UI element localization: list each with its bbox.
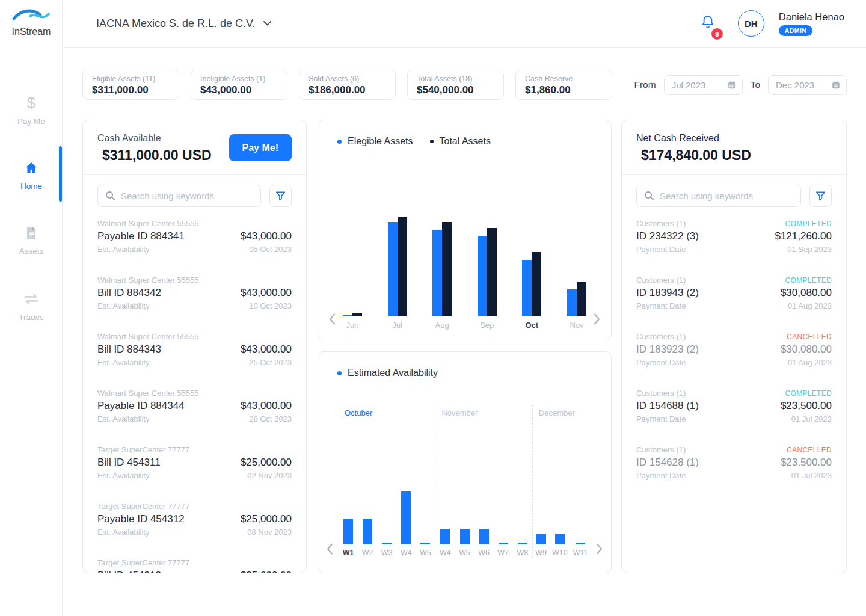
net-cash-search-input[interactable] <box>660 191 793 201</box>
item-main-row: ID 154688 (1)$23,500.00 <box>636 400 832 412</box>
company-name: IACNA Mexico S. de R.L. de C.V. <box>96 17 255 30</box>
week-label: W5 <box>420 549 431 557</box>
list-item[interactable]: Walmart Super Center 55555Bill ID 884343… <box>97 332 292 367</box>
cash-available-panel: Cash Available $311,000.00 USD Pay Me! W… <box>82 120 307 573</box>
item-main-row: Bill ID 884343$43,000.00 <box>97 343 292 356</box>
item-sub-row: Payment Date01 Aug 2023 <box>636 358 832 367</box>
stat-value: $1,860.00 <box>525 84 603 96</box>
net-cash-filter-button[interactable] <box>809 185 832 207</box>
list-item[interactable]: Customers (1)COMPLETEDID 154688 (1)$23,5… <box>636 389 832 424</box>
item-date: 01 Sep 2023 <box>787 245 832 254</box>
from-date-field[interactable] <box>664 75 743 95</box>
stat-label: Eligible Assets (11) <box>92 75 170 83</box>
from-label: From <box>634 79 656 90</box>
item-amount: $23,500.00 <box>781 400 832 412</box>
document-id: Bill ID 884342 <box>97 287 161 299</box>
item-sub-row: Est. Availability10 Oct 2023 <box>97 301 292 310</box>
item-amount: $25,000.00 <box>241 457 292 469</box>
sidebar-item-label: Home <box>0 182 63 191</box>
week-bar <box>499 543 508 544</box>
list-item[interactable]: Walmart Super Center 55555Payable ID 884… <box>97 219 292 254</box>
item-amount: $43,000.00 <box>241 400 292 412</box>
pay-me-button[interactable]: Pay Me! <box>229 134 292 161</box>
document-id: Payable ID 884341 <box>97 230 185 242</box>
vendor-name: Walmart Super Center 55555 <box>97 389 292 398</box>
home-icon <box>0 160 63 176</box>
chart-prev-button[interactable] <box>327 543 333 555</box>
item-date: 01 Jul 2023 <box>791 471 832 480</box>
item-date: 02 Nov 2023 <box>247 471 292 480</box>
list-item[interactable]: Customers (1)CANCELLEDID 154628 (1)$23,5… <box>636 445 832 480</box>
bar-elegible-assets <box>343 315 352 316</box>
bar-group <box>565 217 588 316</box>
item-main-row: ID 183923 (2)$30,080.00 <box>636 343 832 356</box>
sidebar-item-home[interactable]: Home <box>0 160 63 191</box>
week-cell: W1 <box>343 519 354 557</box>
sidebar-item-pay-me[interactable]: $ Pay Me <box>0 95 63 126</box>
week-cell: W5 <box>420 543 431 557</box>
stat-card: Ineligible Assets (1)$43,000.00 <box>191 70 287 100</box>
cash-search-field[interactable] <box>97 185 261 207</box>
vendor-name: Target SuperCenter 77777 <box>97 558 292 567</box>
stat-card: Total Assets (18)$540,000.00 <box>407 70 504 100</box>
search-icon <box>105 191 115 201</box>
item-amount: $25,000.00 <box>241 513 292 525</box>
to-date-input[interactable] <box>776 80 828 90</box>
vendor-name: Walmart Super Center 55555 <box>97 332 292 341</box>
cash-search-input[interactable] <box>121 191 253 201</box>
week-label: W3 <box>381 549 393 557</box>
list-item[interactable]: Target SuperCenter 77777Bill ID 454313$2… <box>97 558 292 573</box>
item-main-row: Bill ID 454311$25,000.00 <box>97 457 292 469</box>
app-root: InStream $ Pay Me Home Assets Trades <box>0 0 866 616</box>
sub-label: Payment Date <box>636 301 686 310</box>
month-section: NovemberW4W5W6W7W8 <box>435 405 532 557</box>
week-bar <box>576 543 585 544</box>
week-bar <box>401 491 411 544</box>
list-item[interactable]: Customers (1)COMPLETEDID 234322 (3)$121,… <box>636 219 832 254</box>
x-axis-label: Oct <box>520 321 543 330</box>
week-label: W1 <box>343 549 354 557</box>
item-date: 01 Aug 2023 <box>788 358 832 367</box>
week-label: W6 <box>478 549 490 557</box>
item-sub-row: Est. Availability25 Oct 2023 <box>97 358 292 367</box>
item-top-row: Customers (1)COMPLETED <box>636 276 832 285</box>
assets-x-axis: JunJulAugSepOctNov <box>341 321 588 330</box>
list-item[interactable]: Walmart Super Center 55555Payable ID 884… <box>97 389 292 424</box>
chart-next-button[interactable] <box>596 543 603 555</box>
notifications-button[interactable]: 8 <box>701 14 715 32</box>
sidebar-item-trades[interactable]: Trades <box>0 291 63 322</box>
net-cash-search-row <box>622 175 846 207</box>
item-amount: $30,080.00 <box>781 287 832 299</box>
month-section: DecemberW9W10W11 <box>532 405 591 557</box>
item-amount: $25,000.00 <box>241 570 292 573</box>
chart-prev-button[interactable] <box>329 313 336 325</box>
cash-filter-button[interactable] <box>269 185 292 207</box>
status-badge: CANCELLED <box>787 446 832 454</box>
item-main-row: ID 183943 (2)$30,080.00 <box>636 287 832 299</box>
bell-icon <box>701 14 715 30</box>
assets-bar-plot <box>341 217 588 316</box>
net-cash-search-field[interactable] <box>636 185 801 207</box>
company-selector[interactable]: IACNA Mexico S. de R.L. de C.V. <box>96 17 271 30</box>
list-item[interactable]: Target SuperCenter 77777Bill ID 454311$2… <box>97 445 292 480</box>
status-badge: CANCELLED <box>787 333 832 341</box>
week-label: W5 <box>459 549 470 557</box>
sidebar-item-assets[interactable]: Assets <box>0 225 63 256</box>
avatar[interactable]: DH <box>738 10 764 37</box>
week-bar <box>440 529 450 544</box>
list-item[interactable]: Walmart Super Center 55555Bill ID 884342… <box>97 276 292 310</box>
list-item[interactable]: Customers (1)CANCELLEDID 183923 (2)$30,0… <box>636 332 832 367</box>
calendar-icon <box>728 80 736 90</box>
chart-next-button[interactable] <box>594 313 600 325</box>
item-sub-row: Payment Date01 Jul 2023 <box>636 471 832 480</box>
to-date-field[interactable] <box>768 75 847 95</box>
from-date-input[interactable] <box>672 80 724 90</box>
chevron-left-icon <box>329 313 336 325</box>
week-bar <box>363 519 372 544</box>
availability-bar-plot: OctuberW1W2W3W4W5NovemberW4W5W6W7W8Decem… <box>339 405 591 557</box>
list-item[interactable]: Customers (1)COMPLETEDID 183943 (2)$30,0… <box>636 276 832 310</box>
list-item[interactable]: Target SuperCenter 77777Payable ID 45431… <box>97 502 292 537</box>
header-right: 8 DH Daniela Henao ADMIN <box>701 10 844 37</box>
bar-total-assets <box>398 217 407 316</box>
avatar-initials: DH <box>745 19 758 29</box>
